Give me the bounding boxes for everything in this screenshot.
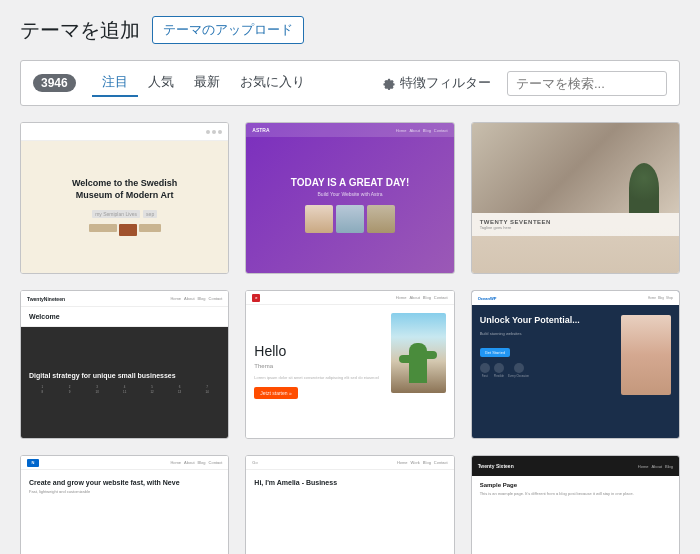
astra-nav-item: Blog (423, 128, 431, 133)
astra-imgs (305, 205, 395, 233)
tab-popular[interactable]: 人気 (138, 69, 184, 97)
theme-preview-amelia: Go Home Work Blog Contact Hi, I'm Amelia… (246, 456, 453, 546)
theme-card-oceanwp[interactable]: OceanWP Home Blog Shop Unlock Your Poten… (471, 290, 680, 439)
seventeen-footer: TWENTY SEVENTEEN Tagline goes here (472, 213, 679, 236)
hello-right (391, 313, 446, 393)
ocean-icon-txt: Flexible (494, 374, 504, 378)
neve-body: Create and grow your website fast, with … (21, 470, 228, 546)
ocean-logo: OceanWP (478, 296, 497, 301)
cal-item: 9 (56, 390, 82, 394)
hello-cta-btn: Jetzt starten » (254, 387, 297, 399)
page-header: テーマを追加 テーマのアップロード (20, 16, 680, 44)
theme-card-twenty-sixteen[interactable]: Twenty Sixteen Home About Blog Sample Pa… (471, 455, 680, 554)
hello-theme-txt: Thema (254, 363, 384, 369)
ocean-icon-item: Flexible (494, 363, 504, 378)
amelia-logo: Go (252, 460, 257, 465)
amelia-nav-item: Contact (434, 460, 448, 465)
tt-dot (212, 130, 216, 134)
amelia-header: Go Home Work Blog Contact (246, 456, 453, 470)
theme-search-input[interactable] (507, 71, 667, 96)
seventeen-img (472, 123, 679, 213)
filter-tabs: 注目 人気 最新 お気に入り (92, 69, 366, 97)
tt-body: Welcome to the SwedishMuseum of Modern A… (21, 141, 228, 273)
hello-title: Hello (254, 344, 384, 359)
hello-left: Hello Thema Lorem ipsum dolor sit amet c… (254, 313, 384, 430)
theme-card-astra[interactable]: ASTRA Home About Blog Contact TODAY IS A… (245, 122, 454, 274)
neve-header: N Home About Blog Contact (21, 456, 228, 470)
sixteen-header: Twenty Sixteen Home About Blog (472, 456, 679, 476)
astra-hero-title: TODAY IS A GREAT DAY! (291, 177, 410, 188)
cal-item: 1 (29, 385, 55, 389)
tt-bar-accent (119, 224, 137, 236)
tt-header (21, 123, 228, 141)
hello-nav-item: Contact (434, 295, 448, 300)
tt-bar (139, 224, 161, 232)
sixteen-nav-item: About (652, 464, 662, 469)
amelia-nav-item: Home (397, 460, 408, 465)
ocean-icon-circle (494, 363, 504, 373)
theme-card-amelia[interactable]: Go Home Work Blog Contact Hi, I'm Amelia… (245, 455, 454, 554)
ocean-icon-txt: Every Occasion (508, 374, 529, 378)
cal-item: 4 (111, 385, 137, 389)
ocean-desc: Build stunning websites (480, 331, 615, 336)
astra-img-2 (336, 205, 364, 233)
theme-preview-twenty-twenty: Welcome to the SwedishMuseum of Modern A… (21, 123, 228, 273)
theme-card-neve[interactable]: N Home About Blog Contact Create and gro… (20, 455, 229, 554)
astra-nav-item: Contact (434, 128, 448, 133)
theme-card-twenty-nineteen[interactable]: TwentyNineteen Home About Blog Contact W… (20, 290, 229, 439)
ocean-icons: Fast Flexible Every Occasion (480, 363, 615, 378)
cal-item: 10 (84, 390, 110, 394)
upload-theme-button[interactable]: テーマのアップロード (152, 16, 304, 44)
neve-nav-item: Blog (198, 460, 206, 465)
theme-preview-ocean: OceanWP Home Blog Shop Unlock Your Poten… (472, 291, 679, 438)
tt-dots (206, 130, 222, 134)
hello-nav-item: Home (396, 295, 407, 300)
theme-card-twenty-seventeen[interactable]: TWENTY SEVENTEEN Tagline goes here Twent… (471, 122, 680, 274)
ocean-icon-item: Every Occasion (508, 363, 529, 378)
nineteen-dark-section: Digital strategy for unique small busine… (21, 327, 228, 438)
sixteen-logo: Twenty Sixteen (478, 463, 514, 469)
sixteen-nav: Home About Blog (638, 464, 673, 469)
ocean-cta: Get Started (480, 348, 510, 357)
tt-main-title: Welcome to the SwedishMuseum of Modern A… (72, 178, 177, 201)
sixteen-content: This is an example page. It's different … (480, 491, 671, 497)
theme-card-twenty-twenty[interactable]: Welcome to the SwedishMuseum of Modern A… (20, 122, 229, 274)
cal-item: 14 (194, 390, 220, 394)
hello-desc: Lorem ipsum dolor sit amet consectetur a… (254, 375, 384, 381)
hello-header: e Home About Blog Contact (246, 291, 453, 305)
cal-item: 12 (139, 390, 165, 394)
amelia-nav: Home Work Blog Contact (397, 460, 448, 465)
astra-logo: ASTRA (252, 127, 269, 133)
theme-name-astra: Astra (246, 273, 453, 274)
theme-name-hello-elementor: Hello Elementor (246, 438, 453, 439)
astra-img-3 (367, 205, 395, 233)
tt-nav: my Semiplan Lives sep (92, 210, 157, 218)
theme-card-hello-elementor[interactable]: e Home About Blog Contact Hello Thema Lo… (245, 290, 454, 439)
theme-preview-seventeen: TWENTY SEVENTEEN Tagline goes here (472, 123, 679, 273)
ocean-nav-item: Home (648, 296, 656, 300)
theme-preview-astra: ASTRA Home About Blog Contact TODAY IS A… (246, 123, 453, 273)
tab-latest[interactable]: 最新 (184, 69, 230, 97)
cal-item: 8 (29, 390, 55, 394)
page-wrapper: テーマを追加 テーマのアップロード 3946 注目 人気 最新 お気に入り 特徴… (0, 0, 700, 554)
neve-nav: Home About Blog Contact (170, 460, 222, 465)
astra-nav-item: About (409, 128, 419, 133)
neve-logo: N (27, 459, 39, 467)
amelia-body: Hi, I'm Amelia - Business (246, 470, 453, 546)
ocean-nav-item: Shop (666, 296, 673, 300)
feature-filter[interactable]: 特徴フィルター (382, 74, 491, 92)
neve-nav-item: Contact (209, 460, 223, 465)
amelia-nav-item: Work (411, 460, 420, 465)
filter-bar: 3946 注目 人気 最新 お気に入り 特徴フィルター (20, 60, 680, 106)
ocean-icon-circle (514, 363, 524, 373)
astra-hero: TODAY IS A GREAT DAY! Build Your Website… (246, 137, 453, 273)
cal-item: 7 (194, 385, 220, 389)
astra-nav: Home About Blog Contact (396, 128, 448, 133)
seventeen-plant (629, 163, 659, 213)
ocean-icon-item: Fast (480, 363, 490, 378)
sixteen-nav-item: Blog (665, 464, 673, 469)
theme-name-twenty-twenty: Twenty Twenty (21, 273, 228, 274)
tab-featured[interactable]: 注目 (92, 69, 138, 97)
hello-nav-item: About (409, 295, 419, 300)
tab-favorites[interactable]: お気に入り (230, 69, 315, 97)
